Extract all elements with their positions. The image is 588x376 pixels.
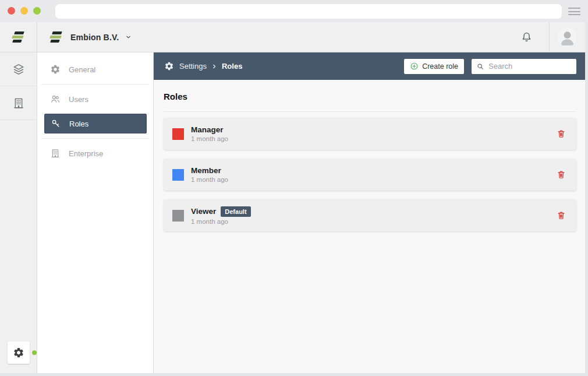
role-name: Member <box>191 166 221 175</box>
role-name: Viewer <box>191 207 216 216</box>
browser-menu-icon[interactable] <box>568 8 580 15</box>
app-window: Embion B.V. <box>0 22 585 373</box>
delete-role-button[interactable] <box>555 209 567 222</box>
embion-logo-icon <box>11 31 26 43</box>
gear-icon <box>164 61 174 71</box>
create-role-label: Create role <box>422 62 458 71</box>
organization-switcher[interactable]: Embion B.V. <box>37 31 132 43</box>
rail-settings-button[interactable] <box>8 342 30 364</box>
role-age: 1 month ago <box>191 176 228 183</box>
trash-icon <box>557 170 566 180</box>
delete-role-button[interactable] <box>555 168 567 181</box>
notifications-button[interactable] <box>520 31 533 43</box>
search-icon <box>476 62 484 71</box>
roles-content: Roles Manager 1 month ago <box>154 80 585 240</box>
building-icon <box>12 97 25 110</box>
minimize-window-button[interactable] <box>20 7 28 15</box>
users-icon <box>50 94 61 104</box>
plus-circle-icon <box>410 62 419 71</box>
delete-role-button[interactable] <box>555 128 567 140</box>
role-color-swatch <box>172 210 184 222</box>
role-color-swatch <box>172 169 184 181</box>
sidebar-item-label: Enterprise <box>69 149 103 158</box>
breadcrumb-roles: Roles <box>222 62 242 71</box>
embion-logo-icon <box>49 31 64 43</box>
key-icon <box>51 118 61 129</box>
icon-rail <box>0 52 37 373</box>
gear-icon <box>13 347 24 359</box>
roles-list: Manager 1 month ago <box>164 118 576 231</box>
rail-item-devices[interactable] <box>0 52 37 86</box>
main-area: Settings Roles Create role Roles <box>154 52 585 373</box>
chevron-down-icon <box>125 34 132 40</box>
role-age: 1 month ago <box>191 218 251 225</box>
maximize-window-button[interactable] <box>33 7 41 15</box>
sidebar-item-roles[interactable]: Roles <box>44 114 147 133</box>
title-divider <box>164 111 576 112</box>
close-window-button[interactable] <box>8 7 15 15</box>
default-badge: Default <box>221 206 250 217</box>
building-icon <box>50 148 61 159</box>
create-role-button[interactable]: Create role <box>404 59 464 74</box>
url-bar[interactable] <box>55 4 562 19</box>
organization-name: Embion B.V. <box>70 33 119 42</box>
sidebar-item-enterprise[interactable]: Enterprise <box>44 143 147 163</box>
bell-icon <box>520 31 533 43</box>
breadcrumb-settings[interactable]: Settings <box>179 62 207 71</box>
sidebar-divider <box>41 84 149 85</box>
browser-chrome <box>0 0 588 22</box>
sidebar-item-label: Roles <box>69 120 88 128</box>
role-name: Manager <box>191 125 224 134</box>
avatar[interactable] <box>558 27 577 47</box>
user-menu[interactable] <box>550 27 585 47</box>
chevron-right-icon <box>211 64 217 69</box>
status-dot <box>32 350 37 355</box>
person-icon <box>558 27 577 47</box>
layers-icon <box>12 63 25 76</box>
role-row-manager[interactable]: Manager 1 month ago <box>164 118 576 150</box>
sidebar-item-users[interactable]: Users <box>44 89 147 109</box>
app-header: Embion B.V. <box>0 22 585 52</box>
trash-icon <box>557 210 566 220</box>
page-title: Roles <box>164 92 576 101</box>
sidebar-item-label: General <box>69 65 95 74</box>
role-row-member[interactable]: Member 1 month ago <box>164 159 576 191</box>
gear-icon <box>50 64 61 75</box>
role-color-swatch <box>172 128 184 140</box>
window-controls <box>8 7 41 15</box>
sidebar-item-label: Users <box>69 95 88 104</box>
sidebar-item-general[interactable]: General <box>44 59 147 79</box>
breadcrumb-bar: Settings Roles Create role <box>154 52 585 80</box>
rail-item-enterprise[interactable] <box>0 86 37 120</box>
search-input[interactable] <box>488 62 572 71</box>
app-logo-cell[interactable] <box>0 22 37 52</box>
role-row-viewer[interactable]: Viewer Default 1 month ago <box>164 199 576 231</box>
search-box <box>472 59 576 74</box>
trash-icon <box>557 129 566 139</box>
role-age: 1 month ago <box>191 135 228 142</box>
sidebar-divider <box>41 138 149 139</box>
settings-sidebar: General Users Roles Enterprise <box>37 52 154 373</box>
